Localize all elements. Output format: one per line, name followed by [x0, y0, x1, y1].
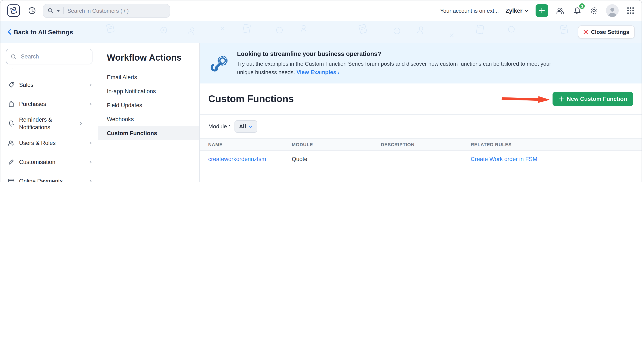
- banner-body: Try out the examples in the Custom Funct…: [237, 60, 559, 76]
- sidebar-item-preferences[interactable]: Preferences: [1, 68, 98, 76]
- panel-item-field-updates[interactable]: Field Updates: [98, 98, 199, 112]
- search-icon: [48, 8, 54, 14]
- link-arrow[interactable]: ›: [338, 69, 339, 75]
- purchases-icon: [7, 100, 15, 108]
- sidebar-item-purchases[interactable]: Purchases: [1, 94, 98, 114]
- settings-subheader: Back to All Settings Close Settings: [1, 21, 641, 43]
- chevron-right-icon: [88, 102, 93, 106]
- chevron-right-icon: [88, 141, 93, 145]
- preferences-icon: [7, 68, 15, 70]
- module-filter-row: Module : All: [200, 115, 641, 138]
- empty-area: [200, 168, 641, 182]
- col-description: DESCRIPTION: [381, 142, 471, 147]
- sidebar-item-sales[interactable]: Sales: [1, 76, 98, 94]
- table-header: NAME MODULE DESCRIPTION RELATED RULES: [200, 138, 641, 151]
- org-selector[interactable]: Zylker: [505, 8, 529, 14]
- new-custom-function-button[interactable]: New Custom Function: [552, 92, 633, 106]
- function-module: Quote: [292, 156, 381, 162]
- back-to-settings-link[interactable]: Back to All Settings: [7, 28, 73, 36]
- panel-item-custom-functions[interactable]: Custom Functions: [98, 126, 199, 140]
- col-related-rules: RELATED RULES: [471, 142, 633, 147]
- search-divider: [63, 7, 64, 14]
- sidebar-nav: Preferences Sales Purchases: [1, 68, 98, 182]
- users-icon: [7, 139, 15, 147]
- decorative-pattern: [1, 21, 641, 43]
- chevron-right-icon: [88, 179, 93, 182]
- app-window: Your account is on ext... Zylker 3: [0, 0, 642, 182]
- page-header-row: Custom Functions New Custom Function: [200, 84, 641, 115]
- sidebar-item-users-roles[interactable]: Users & Roles: [1, 134, 98, 152]
- chevron-left-icon: [7, 29, 12, 35]
- notification-badge: 3: [579, 3, 585, 9]
- wrench-gear-icon: [210, 54, 229, 73]
- global-search[interactable]: [43, 4, 170, 18]
- account-notice: Your account is on ext...: [440, 8, 499, 14]
- plus-icon: [558, 96, 564, 102]
- chevron-right-icon: [88, 160, 93, 164]
- sidebar-search-input[interactable]: [20, 53, 97, 60]
- module-select[interactable]: All: [235, 120, 258, 133]
- sidebar-item-reminders-notifications[interactable]: Reminders & Notifications: [1, 114, 98, 134]
- related-rule-link[interactable]: Create Work order in FSM: [471, 156, 633, 162]
- chevron-right-icon: [88, 68, 93, 68]
- user-avatar[interactable]: [606, 4, 619, 17]
- page-title: Custom Functions: [208, 93, 294, 105]
- workflow-actions-panel: Workflow Actions Email Alerts In-app Not…: [98, 43, 200, 182]
- back-label: Back to All Settings: [14, 28, 73, 36]
- annotation-arrow: [501, 94, 551, 104]
- chevron-right-icon: [79, 121, 83, 126]
- sales-icon: [7, 81, 15, 89]
- settings-sidebar: Preferences Sales Purchases: [1, 43, 98, 182]
- info-banner: Looking to streamline your business oper…: [200, 43, 641, 84]
- quick-create-button[interactable]: [535, 4, 548, 17]
- topbar: Your account is on ext... Zylker 3: [1, 0, 641, 21]
- view-examples-link[interactable]: View Examples: [296, 69, 336, 75]
- main-content: Looking to streamline your business oper…: [200, 43, 641, 182]
- panel-item-inapp-notifications[interactable]: In-app Notifications: [98, 84, 199, 98]
- table-row: createworkorderinzfsm Quote Create Work …: [200, 151, 641, 168]
- function-name-link[interactable]: createworkorderinzfsm: [208, 156, 292, 162]
- search-scope-caret-icon[interactable]: [57, 9, 60, 12]
- banner-title: Looking to streamline your business oper…: [237, 50, 559, 57]
- chevron-down-icon: [524, 8, 529, 13]
- apps-grid-icon[interactable]: [625, 6, 636, 16]
- settings-gear-icon[interactable]: [589, 6, 599, 16]
- global-search-input[interactable]: [67, 7, 165, 14]
- zoho-books-logo[interactable]: [6, 4, 21, 18]
- recent-history-icon[interactable]: [27, 6, 37, 16]
- col-name: NAME: [208, 142, 292, 147]
- panel-item-webhooks[interactable]: Webhooks: [98, 112, 199, 126]
- org-name: Zylker: [505, 8, 522, 14]
- module-label: Module :: [208, 123, 230, 130]
- search-icon: [11, 54, 17, 60]
- bell-icon: [7, 120, 15, 127]
- customisation-icon: [7, 158, 15, 166]
- users-icon[interactable]: [555, 6, 565, 16]
- credit-card-icon: [7, 177, 15, 182]
- close-settings-button[interactable]: Close Settings: [578, 25, 635, 38]
- person-silhouette-icon: [607, 6, 618, 17]
- banner-text: Looking to streamline your business oper…: [237, 50, 559, 76]
- chevron-right-icon: [88, 83, 93, 87]
- plus-icon: [538, 7, 545, 14]
- chevron-down-icon: [249, 124, 253, 128]
- panel-item-email-alerts[interactable]: Email Alerts: [98, 70, 199, 84]
- close-label: Close Settings: [591, 28, 629, 35]
- panel-title: Workflow Actions: [98, 52, 199, 70]
- sidebar-item-customisation[interactable]: Customisation: [1, 152, 98, 172]
- notifications-bell[interactable]: 3: [572, 6, 582, 16]
- col-module: MODULE: [292, 142, 381, 147]
- close-x-icon: [583, 30, 588, 34]
- sidebar-search[interactable]: [6, 49, 93, 64]
- sidebar-item-online-payments[interactable]: Online Payments: [1, 172, 98, 182]
